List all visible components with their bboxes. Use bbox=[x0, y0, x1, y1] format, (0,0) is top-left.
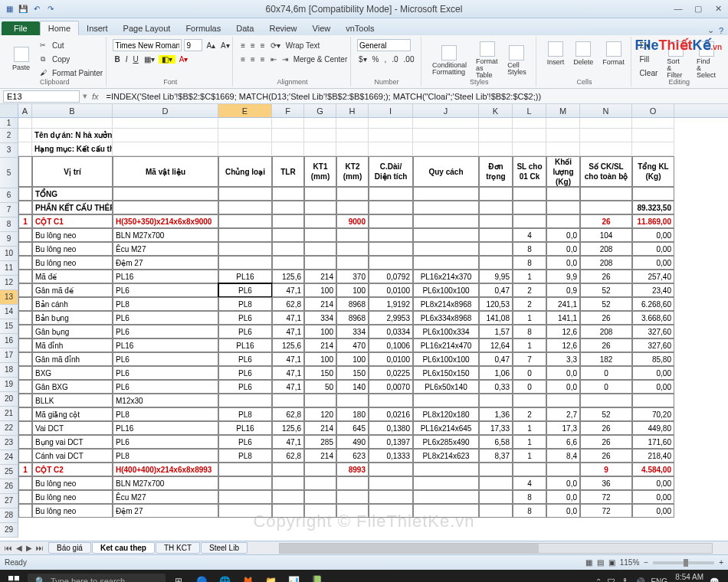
cell[interactable] bbox=[513, 214, 546, 228]
cell[interactable] bbox=[479, 129, 513, 142]
cell[interactable] bbox=[18, 449, 32, 463]
cell[interactable] bbox=[479, 214, 513, 228]
cell[interactable]: 208 bbox=[580, 242, 632, 256]
cell[interactable] bbox=[304, 228, 336, 242]
table-header[interactable]: KT2 (mm) bbox=[336, 156, 369, 187]
row-header[interactable]: 27 bbox=[0, 494, 18, 508]
cell[interactable] bbox=[479, 118, 513, 129]
cell[interactable]: 36 bbox=[580, 476, 632, 490]
cell[interactable]: 8968 bbox=[336, 311, 369, 325]
cell[interactable]: PL16 bbox=[218, 421, 272, 435]
cell[interactable] bbox=[413, 476, 479, 490]
cell[interactable]: 52 bbox=[580, 283, 632, 297]
cell[interactable] bbox=[369, 490, 413, 504]
col-header-N[interactable]: N bbox=[580, 104, 632, 117]
cell[interactable]: PL8 bbox=[113, 297, 218, 311]
tab-view[interactable]: View bbox=[305, 21, 339, 35]
cell[interactable]: Bụng vai DCT bbox=[32, 435, 113, 449]
cell[interactable]: 62,8 bbox=[272, 297, 304, 311]
cell[interactable]: 208 bbox=[580, 256, 632, 270]
cell[interactable]: PHẦN KẾT CẤU THÉP bbox=[32, 201, 113, 214]
table-header[interactable]: KT1 (mm) bbox=[304, 156, 336, 187]
cell[interactable]: 285 bbox=[304, 435, 336, 449]
cell[interactable] bbox=[336, 228, 369, 242]
cell[interactable]: Gân bụng bbox=[32, 325, 113, 338]
cell[interactable]: 1,57 bbox=[479, 325, 513, 338]
cell[interactable] bbox=[369, 129, 413, 142]
cell[interactable]: 47,1 bbox=[272, 380, 304, 394]
fx-icon[interactable]: fx bbox=[87, 92, 103, 101]
comma-icon[interactable]: , bbox=[382, 54, 388, 64]
minimize-button[interactable]: — bbox=[671, 4, 685, 14]
decrease-indent-icon[interactable]: ⇤ bbox=[269, 54, 278, 64]
cell[interactable]: 150 bbox=[304, 366, 336, 380]
cell[interactable]: Bu lông neo bbox=[32, 256, 113, 270]
cell[interactable] bbox=[413, 187, 479, 201]
cell[interactable]: 2,9953 bbox=[369, 311, 413, 325]
cell[interactable] bbox=[18, 256, 32, 270]
cell[interactable]: 3.668,60 bbox=[632, 311, 674, 325]
paste-button[interactable]: Paste bbox=[8, 38, 34, 80]
cell[interactable] bbox=[18, 380, 32, 394]
align-center-icon[interactable]: ≡ bbox=[249, 54, 257, 64]
align-top-icon[interactable]: ≡ bbox=[239, 41, 247, 51]
cut-icon[interactable]: ✂ bbox=[38, 40, 48, 51]
cell[interactable] bbox=[336, 242, 369, 256]
cell[interactable]: 12,6 bbox=[546, 325, 580, 338]
file-tab[interactable]: File bbox=[2, 21, 40, 35]
cell[interactable]: 0,00 bbox=[632, 380, 674, 394]
cell[interactable]: 0,00 bbox=[632, 490, 674, 504]
cell[interactable]: 9000 bbox=[336, 214, 369, 228]
cell[interactable]: Tên dự án: N hà xưởng 60x74,6M bbox=[32, 129, 113, 142]
table-header[interactable]: Chủng loại bbox=[218, 156, 272, 187]
col-header-B[interactable]: B bbox=[32, 104, 113, 117]
cell[interactable] bbox=[18, 270, 32, 283]
tab-page-layout[interactable]: Page Layout bbox=[116, 21, 179, 35]
cell[interactable]: Bu lông neo bbox=[32, 476, 113, 490]
cell[interactable] bbox=[304, 118, 336, 129]
cell[interactable] bbox=[18, 421, 32, 435]
cell[interactable] bbox=[546, 142, 580, 156]
cell[interactable]: Đệm 27 bbox=[113, 504, 218, 518]
cell[interactable] bbox=[304, 242, 336, 256]
cell[interactable]: 125,6 bbox=[272, 421, 304, 435]
font-size-select[interactable] bbox=[184, 39, 202, 51]
cell[interactable] bbox=[413, 214, 479, 228]
cell[interactable] bbox=[113, 142, 218, 156]
formula-bar[interactable]: =INDEX('Steel Lib'!$B$2:$C$1669; MATCH(D… bbox=[103, 91, 728, 102]
cell[interactable] bbox=[218, 463, 272, 476]
cell[interactable]: PL6 bbox=[218, 435, 272, 449]
cell[interactable]: 208 bbox=[580, 325, 632, 338]
row-header[interactable]: 18 bbox=[0, 363, 18, 378]
italic-button[interactable]: I bbox=[124, 54, 130, 64]
row-header[interactable]: 15 bbox=[0, 319, 18, 334]
cell[interactable] bbox=[304, 504, 336, 518]
cell[interactable]: H(400+400)x214x6x8x8993 bbox=[113, 463, 218, 476]
cell[interactable] bbox=[580, 201, 632, 214]
row-header[interactable]: 10 bbox=[0, 247, 18, 261]
tray-chevron-icon[interactable]: ⌃ bbox=[595, 577, 602, 583]
cell[interactable] bbox=[580, 394, 632, 407]
cell[interactable]: PL16x214x370 bbox=[413, 270, 479, 283]
cell[interactable] bbox=[336, 129, 369, 142]
fill-color-button[interactable]: ◧▾ bbox=[159, 55, 175, 64]
cell[interactable] bbox=[413, 490, 479, 504]
cell[interactable]: 6,58 bbox=[479, 435, 513, 449]
cell[interactable] bbox=[546, 129, 580, 142]
cell[interactable]: 47,1 bbox=[272, 283, 304, 297]
cell[interactable]: 0,1380 bbox=[369, 421, 413, 435]
ribbon-minimize-icon[interactable]: ⌄ bbox=[707, 25, 714, 35]
cell[interactable]: 0,00 bbox=[632, 476, 674, 490]
cell[interactable]: 182 bbox=[580, 352, 632, 366]
cell[interactable]: 0,0 bbox=[546, 504, 580, 518]
cell[interactable]: 214 bbox=[304, 449, 336, 463]
sheet-next-icon[interactable]: ▶ bbox=[25, 544, 34, 552]
cell[interactable] bbox=[272, 129, 304, 142]
cell[interactable] bbox=[632, 142, 674, 156]
cell[interactable]: Êcu M27 bbox=[113, 242, 218, 256]
col-header-L[interactable]: L bbox=[513, 104, 546, 117]
cell[interactable]: 62,8 bbox=[272, 449, 304, 463]
col-header-K[interactable]: K bbox=[479, 104, 513, 117]
format-as-table-button[interactable]: Format as Table bbox=[471, 38, 503, 82]
cell[interactable] bbox=[369, 463, 413, 476]
